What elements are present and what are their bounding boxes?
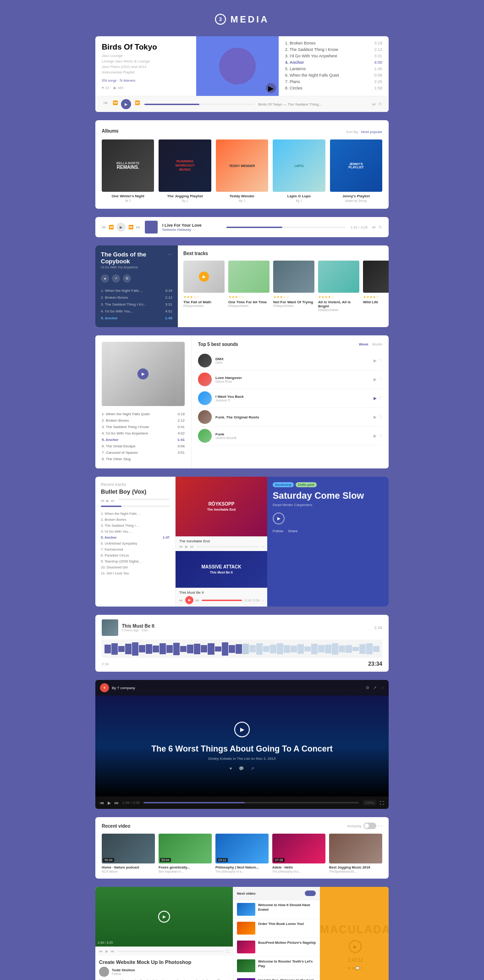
track-item[interactable]: 2. The Saddest Thing I Know2:12 <box>285 46 382 53</box>
progress-bar[interactable] <box>196 546 260 547</box>
yellow-play-button[interactable]: ▶ <box>349 940 362 953</box>
best-track[interactable]: ★★★☆☆ Not For Want Of Trying 65daysofsta… <box>273 261 314 312</box>
next-button[interactable]: ⏭ <box>111 499 115 503</box>
prev-button[interactable]: ⏮ <box>100 801 104 805</box>
rewind-button[interactable]: ⏪ <box>111 99 119 106</box>
art-play-button[interactable]: ▶ <box>266 83 276 93</box>
tab-week[interactable]: Week <box>359 342 368 346</box>
volume-icon[interactable]: ♪ <box>262 545 264 548</box>
album-item[interactable]: LAPIS Lapis O Lupo By J <box>273 139 325 202</box>
play-pause-button[interactable]: ▶ <box>121 99 131 109</box>
next-icon[interactable]: ⏭ <box>190 545 194 549</box>
video-item[interactable]: 23:12 Philosophy | Next Nature... The ph… <box>215 834 269 873</box>
play-icon[interactable]: ▶ <box>374 377 377 382</box>
sound-item[interactable]: I Want You Back Jackson 5 ▶ ♡ <box>198 389 382 408</box>
prev-icon[interactable]: ⏮ <box>179 598 183 602</box>
next-button[interactable]: ⏭ <box>115 801 119 805</box>
track-item[interactable]: 1. Broken Bones3:19 <box>285 40 382 46</box>
sound-item[interactable]: Funk. The Original Roots ▶ ♡ <box>198 408 382 427</box>
more-icon[interactable]: ··· <box>168 251 172 257</box>
play-icon[interactable]: ▶ <box>374 396 377 401</box>
comment-icon[interactable]: 💬 <box>239 766 244 771</box>
track-item[interactable]: 2. Broken Bones2:12 <box>102 417 185 423</box>
play-button[interactable]: ▶ <box>106 499 109 503</box>
video-item[interactable]: 07:26 Adele · Hello The philosophy of a.… <box>272 834 325 873</box>
track-item[interactable]: 1. When the Night Falls ...3:19 <box>101 287 172 294</box>
quality-label[interactable]: 1080p <box>363 800 376 806</box>
heart-icon[interactable]: ♡ <box>379 377 382 382</box>
settings-icon[interactable]: ⚙ <box>366 685 369 690</box>
track-item[interactable]: 7. Plans2:26 <box>285 78 382 85</box>
play-icon[interactable]: ▶ <box>374 415 377 419</box>
tab-month[interactable]: Month <box>372 342 382 346</box>
repeat-icon[interactable]: ↻ <box>379 102 382 106</box>
best-track[interactable]: ▶ ★★★☆☆ The Fall of Math 65daysofstatic <box>183 261 225 312</box>
play-button[interactable]: ▶ <box>108 801 111 805</box>
more-icon[interactable]: ··· <box>380 685 384 690</box>
track-item[interactable]: 3. The Saddest Thing I Kn...3:31 <box>101 301 172 308</box>
toggle-switch[interactable] <box>363 823 376 829</box>
heart-button[interactable]: ♥ <box>101 274 109 283</box>
track-item-active[interactable]: 5. Anchor1:45 <box>101 315 172 322</box>
playlist-button[interactable]: ☰ <box>123 274 131 283</box>
play-button[interactable]: ▶ <box>138 368 148 379</box>
track-item-active[interactable]: 5. Anchor1:41 <box>102 436 185 443</box>
best-track[interactable]: ★★★★☆ All Is Violent, All Is Bright 65da… <box>318 261 359 312</box>
track-item[interactable]: 6. Unfinished Sympathy <box>101 540 170 546</box>
video-item[interactable]: Best Jogging Music 2016 TheSportsMusicAl… <box>329 834 382 873</box>
next-video-item[interactable]: Hey! I'm Eva. Welcome to the best <box>233 975 319 980</box>
play-icon[interactable]: ▶ <box>374 358 377 363</box>
waveform-display[interactable] <box>102 640 382 658</box>
track-item[interactable]: 11. Girl I Love You <box>101 570 170 576</box>
prev-icon[interactable]: ⏮ <box>99 949 103 953</box>
track-item[interactable]: 8. The Other Slug <box>102 456 185 462</box>
heart-icon[interactable]: ♡ <box>379 396 382 401</box>
shuffle-icon[interactable]: ⇄ <box>372 225 376 229</box>
best-track[interactable]: ★★★★☆ Wild Life <box>363 261 389 312</box>
album-item[interactable]: RUNNINGWORKOUTMUSIC The Jogging Playlist… <box>159 139 211 202</box>
video-item[interactable]: 50:04 Foxes genetically... Ben Kajoukian… <box>159 834 212 873</box>
next-video-item[interactable]: Order This Book Loves You! <box>233 919 319 938</box>
play-icon[interactable]: ▶ <box>374 434 377 438</box>
track-item[interactable]: 2. Broken Bones2:12 <box>101 294 172 301</box>
heart-icon[interactable]: ♡ <box>379 358 382 363</box>
prev-button[interactable]: ⏮ <box>102 99 109 106</box>
prev-icon[interactable]: ⏮ <box>179 545 183 549</box>
track-item[interactable]: 3. I'd Go With You Anywhere3:31 <box>285 53 382 59</box>
track-item[interactable]: 1. When the Night Falls Quiet0:19 <box>102 411 185 417</box>
prev-button[interactable]: ⏮ <box>101 499 104 503</box>
rewind-icon[interactable]: ⏪ <box>109 225 114 229</box>
sound-item[interactable]: Love Hangover Diana Ross ▶ ♡ <box>198 370 382 389</box>
track-progress[interactable] <box>101 506 170 507</box>
sound-item[interactable]: Funk Violent Moonlit ▶ ♡ <box>198 427 382 445</box>
follow-button[interactable]: Follow <box>112 972 135 975</box>
track-item[interactable]: 8. Paradise Circus <box>101 552 170 558</box>
heart-icon[interactable]: ♡ <box>379 415 382 419</box>
track-item[interactable]: 7. Carousel of Spaces3:51 <box>102 449 185 456</box>
album-item[interactable]: JENNY'SPLAYLIST Jenny's Playlist Made by… <box>330 139 382 202</box>
volume-icon[interactable]: ♪ <box>262 599 264 602</box>
album-item[interactable]: TEDDY WENDER Teddy Wender By J <box>216 139 268 202</box>
track-item-active[interactable]: 4. Anchor4:00 <box>285 59 382 66</box>
track-item[interactable]: 1. When the Night Falls ... <box>101 511 170 517</box>
heart-icon[interactable]: ♡ <box>379 434 382 438</box>
video-play-button[interactable]: ▶ <box>234 722 250 737</box>
track-item[interactable]: 9. Teardrop (2006 Digital... <box>101 558 170 564</box>
next-nav[interactable]: › <box>381 824 382 828</box>
prev-icon[interactable]: ⏮ <box>102 225 106 229</box>
track-item[interactable]: 3. The Saddest Thing I Know0:41 <box>102 423 185 430</box>
track-item-active[interactable]: 5. Anchor1:47 <box>101 535 170 540</box>
progress-bar[interactable] <box>144 104 255 105</box>
play-button[interactable]: ▶ <box>185 596 193 604</box>
volume-bar[interactable] <box>118 499 170 500</box>
share-button[interactable]: Share <box>288 529 297 533</box>
next-video-item[interactable]: Welcome to Rooster Teeth's Let's Play <box>233 957 319 975</box>
forward-button[interactable]: ⏩ <box>133 99 141 106</box>
play-button[interactable]: ▶ <box>158 911 170 923</box>
track-play-button[interactable]: ▶ <box>199 272 209 282</box>
track-item[interactable]: 4. I'd Go With You...4:01 <box>101 308 172 315</box>
track-item[interactable]: 4. I'd Go With You ... <box>101 529 170 535</box>
track-item[interactable]: 2. Broken Bones <box>101 517 170 523</box>
next-video-item[interactable]: BuzzFeed Motion Picture's flagship <box>233 938 319 957</box>
play-button[interactable]: ▶ <box>116 223 126 232</box>
